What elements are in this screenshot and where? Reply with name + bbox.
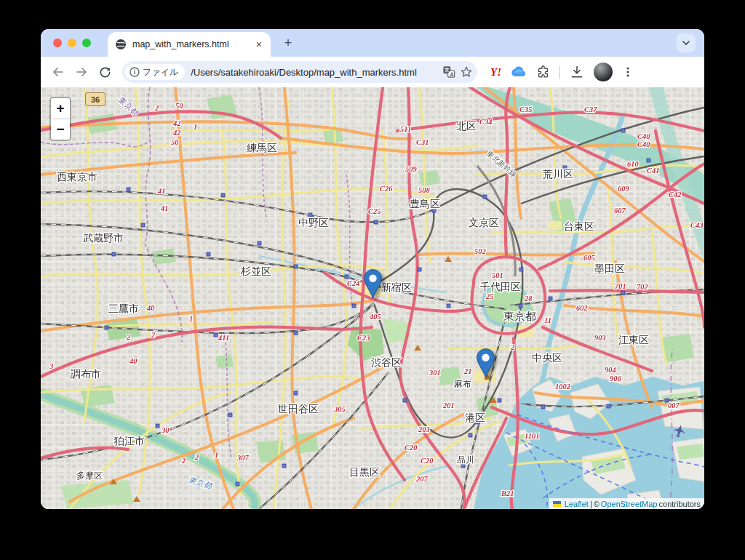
- ukraine-flag-icon: [553, 501, 561, 507]
- place-label: 江東区: [618, 334, 649, 345]
- url-bar[interactable]: ファイル /Users/satakehiroaki/Desktop/map_wi…: [122, 61, 477, 83]
- translate-icon[interactable]: [442, 65, 455, 79]
- road-ref-label: 501: [492, 271, 503, 279]
- road-ref-label: 21: [463, 367, 472, 375]
- place-label: 台東区: [564, 220, 594, 232]
- download-icon[interactable]: [570, 65, 584, 79]
- road-ref-label: C25: [368, 207, 381, 215]
- road-ref-label: 2: [154, 104, 159, 112]
- leaflet-attribution: Leaflet | © OpenStreetMap contributors: [549, 498, 704, 509]
- road-ref-label: C20: [421, 457, 434, 465]
- marker-pin-icon: [364, 269, 382, 299]
- chevron-down-icon: [682, 39, 690, 47]
- bookmark-star-icon[interactable]: [460, 65, 473, 79]
- close-window-button[interactable]: [53, 39, 62, 47]
- road-ref-label: 502: [474, 247, 487, 255]
- road-ref-label: 508: [418, 186, 431, 194]
- road-ref-label: C40: [637, 132, 650, 140]
- road-ref-label: 906: [610, 375, 622, 383]
- road-ref-label: 203: [418, 425, 430, 433]
- route-shield-36: 36: [85, 92, 105, 106]
- back-arrow-icon: [51, 65, 65, 79]
- road-ref-label: C23: [357, 334, 370, 342]
- place-label: 中央区: [532, 352, 562, 364]
- road-ref-label: C20: [405, 444, 418, 452]
- place-label: 三鷹市: [108, 303, 139, 314]
- road-ref-label: 11: [544, 316, 551, 324]
- road-ref-label: C40: [637, 140, 650, 148]
- url-text[interactable]: /Users/satakehiroaki/Desktop/map_with_ma…: [191, 67, 438, 78]
- new-tab-button[interactable]: +: [279, 34, 297, 52]
- place-label: 世田谷区: [278, 403, 319, 415]
- browser-tab[interactable]: map_with_markers.html ×: [108, 32, 271, 57]
- kebab-menu-icon[interactable]: [622, 66, 634, 78]
- reload-button[interactable]: [95, 62, 115, 82]
- place-label: 品川: [457, 455, 474, 465]
- attribution-separator: |: [590, 500, 592, 508]
- road-ref-label: 30: [161, 426, 170, 434]
- road-ref-label: 509: [405, 165, 418, 173]
- road-ref-label: 607: [614, 207, 626, 215]
- zoom-out-button[interactable]: −: [51, 119, 70, 140]
- tab-search-chevron-button[interactable]: [677, 33, 696, 52]
- place-label: 武蔵野市: [83, 232, 124, 244]
- zoom-in-button[interactable]: +: [51, 98, 70, 119]
- place-label: 港区: [465, 412, 485, 423]
- cloud-icon[interactable]: [511, 66, 527, 78]
- place-label: 麻布: [454, 379, 471, 389]
- marker-pin-icon: [477, 348, 495, 378]
- minimize-window-button[interactable]: [68, 39, 76, 47]
- place-label: 千代田区: [480, 281, 521, 292]
- place-label: 調布市: [71, 368, 101, 380]
- road-ref-label: 28: [524, 295, 533, 303]
- fullscreen-window-button[interactable]: [82, 39, 91, 47]
- attribution-contributors: contributors: [659, 500, 701, 508]
- place-label: 中野区: [298, 217, 329, 228]
- road-ref-label: 301: [429, 369, 441, 377]
- place-label: 渋谷区: [371, 356, 402, 368]
- traffic-lights: [53, 39, 91, 47]
- info-icon: [130, 67, 140, 77]
- marker-minato[interactable]: [477, 348, 495, 378]
- browser-toolbar: ファイル /Users/satakehiroaki/Desktop/map_wi…: [41, 57, 704, 87]
- place-label: 新宿区: [381, 281, 412, 293]
- road-ref-label: C35: [519, 105, 533, 113]
- profile-avatar[interactable]: [594, 63, 613, 81]
- tab-favicon-globe-icon: [115, 39, 127, 50]
- place-label: 北区: [456, 120, 477, 132]
- road-ref-label: 305: [333, 405, 346, 413]
- marker-shinjuku[interactable]: [364, 269, 382, 299]
- forward-button[interactable]: [71, 62, 92, 82]
- place-label: 目黒区: [349, 466, 380, 478]
- leaflet-link[interactable]: Leaflet: [565, 500, 589, 508]
- tab-title: map_with_markers.html: [132, 39, 255, 49]
- road-ref-label: 50: [171, 138, 179, 146]
- place-label: 荒川区: [543, 168, 573, 180]
- yahoo-extension-icon[interactable]: Y!: [490, 66, 501, 79]
- extensions-puzzle-icon[interactable]: [536, 65, 550, 79]
- road-ref-label: 405: [369, 313, 381, 321]
- toolbar-divider: [559, 66, 560, 79]
- road-ref-label: 2: [151, 331, 156, 339]
- road-ref-label: C34: [479, 118, 493, 126]
- road-ref-label: 2: [510, 343, 515, 351]
- forward-arrow-icon: [74, 65, 89, 79]
- road-ref-label: C42: [669, 191, 682, 199]
- road-ref-label: 50: [175, 102, 183, 110]
- leaflet-map[interactable]: 25042425014141C26C25511C31509508C35C34C3…: [41, 87, 704, 509]
- road-ref-label: 1101: [525, 432, 539, 440]
- road-ref-label: C24: [347, 279, 360, 287]
- road-ref-label: 2: [126, 333, 131, 341]
- road-ref-label: C41: [647, 167, 660, 175]
- road-ref-label: C26: [380, 185, 393, 193]
- back-button[interactable]: [48, 62, 68, 82]
- road-ref-label: 207: [415, 475, 429, 483]
- road-ref-label: 307: [236, 454, 250, 462]
- openstreetmap-link[interactable]: OpenStreetMap: [601, 500, 658, 508]
- road-ref-label: 2: [194, 453, 199, 461]
- tab-close-icon[interactable]: ×: [255, 38, 263, 51]
- road-ref-label: 702: [637, 283, 649, 291]
- file-scheme-chip[interactable]: ファイル: [125, 64, 185, 80]
- place-label: 墨田区: [594, 263, 625, 274]
- road-ref-label: 1: [189, 315, 193, 323]
